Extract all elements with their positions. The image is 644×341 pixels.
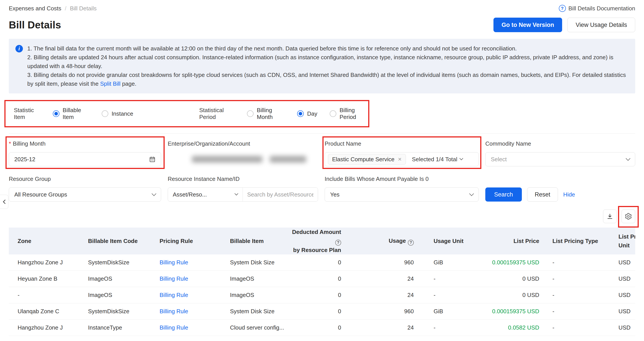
- billing-rule-link[interactable]: Billing Rule: [151, 275, 221, 282]
- table-cell: GiB: [420, 308, 473, 315]
- radio-billable-item[interactable]: Billable Item: [53, 107, 89, 121]
- table-cell: Hangzhou Zone J: [9, 324, 79, 331]
- go-to-new-version-button[interactable]: Go to New Version: [494, 18, 562, 32]
- notice-line-3-post: page.: [120, 80, 136, 87]
- table-cell: USD: [603, 324, 635, 331]
- settings-button-wrapper: [622, 209, 635, 223]
- col-list-price-unit[interactable]: List Price Unit: [603, 232, 635, 250]
- table-cell: ImageOS: [79, 292, 151, 298]
- table-cell: 0 USD: [473, 275, 546, 282]
- breadcrumb-parent[interactable]: Expenses and Costs: [9, 5, 61, 12]
- billing-rule-link[interactable]: Billing Rule: [151, 259, 221, 266]
- col-billable-item-code[interactable]: Billable Item Code: [79, 237, 151, 245]
- download-icon: [606, 213, 614, 220]
- table-cell: Hangzhou Zone J: [9, 259, 79, 266]
- help-circle-icon: ?: [559, 5, 566, 12]
- chevron-down-icon: [459, 156, 463, 160]
- radio-unselected-icon: [330, 110, 336, 117]
- radio-day-label: Day: [307, 110, 317, 117]
- statistic-item-label: Statistic Item: [14, 107, 43, 121]
- col-pricing-rule[interactable]: Pricing Rule: [151, 237, 221, 245]
- radio-billing-period-label: Billing Period: [340, 107, 368, 121]
- product-tag-label: Elastic Compute Service: [332, 156, 394, 163]
- table-cell: -: [546, 259, 603, 266]
- chevron-left-icon: [3, 200, 7, 204]
- redacted-text-blob: [192, 156, 262, 163]
- notice-line-2: 2. Billing details are updated 24 hours …: [27, 53, 628, 71]
- table-cell: USD: [603, 275, 635, 282]
- calendar-icon: [149, 156, 156, 163]
- breadcrumb-separator: /: [65, 5, 66, 12]
- resource-instance-type-select[interactable]: Asset/Reso...: [168, 188, 243, 201]
- table-row: Ulanqab Zone CSystemDiskSizeBilling Rule…: [9, 303, 635, 320]
- help-icon[interactable]: ?: [408, 240, 414, 246]
- table-cell: SystemDiskSize: [79, 259, 151, 266]
- split-bill-link[interactable]: Split Bill: [100, 80, 120, 87]
- col-zone[interactable]: Zone: [9, 237, 79, 245]
- col-billable-item[interactable]: Billable Item: [221, 237, 292, 245]
- table-cell: 960: [348, 259, 420, 266]
- table-header: Zone Billable Item Code Pricing Rule Bil…: [9, 228, 635, 254]
- resource-instance-field: Resource Instance Name/ID Asset/Reso...: [168, 175, 325, 202]
- notice-banner: i 1. The final bill data for the current…: [9, 39, 635, 93]
- table-cell: -: [546, 292, 603, 298]
- resource-instance-search-input[interactable]: [243, 188, 318, 201]
- settings-button[interactable]: [622, 209, 635, 223]
- billing-month-input[interactable]: 2025-12: [9, 152, 161, 166]
- notice-text: 1. The final bill data for the current m…: [27, 44, 628, 88]
- table-cell: Heyuan Zone B: [9, 275, 79, 282]
- billing-rule-link[interactable]: Billing Rule: [151, 308, 221, 315]
- billing-rule-link[interactable]: Billing Rule: [151, 292, 221, 298]
- include-zero-select[interactable]: Yes: [325, 187, 479, 202]
- table-cell: 960: [348, 308, 420, 315]
- sidebar-collapse-handle[interactable]: [0, 195, 8, 209]
- resource-group-label: Resource Group: [9, 175, 161, 183]
- radio-day[interactable]: Day: [297, 110, 317, 117]
- table-cell: Ulanqab Zone C: [9, 308, 79, 315]
- col-deducted-amount[interactable]: Deducted Amount? by Resource Plan: [292, 228, 348, 254]
- table-cell: -: [420, 324, 473, 331]
- resource-instance-label: Resource Instance Name/ID: [168, 175, 318, 183]
- reset-button[interactable]: Reset: [527, 187, 558, 202]
- table-cell: GiB: [420, 259, 473, 266]
- table-cell: -: [420, 275, 473, 282]
- col-usage-unit[interactable]: Usage Unit: [420, 237, 473, 245]
- commodity-name-select[interactable]: Select: [485, 152, 635, 166]
- table-cell: 0: [292, 259, 348, 266]
- download-button[interactable]: [603, 209, 617, 223]
- documentation-link[interactable]: ? Bill Details Documentation: [559, 5, 635, 12]
- statistic-options-annotation-box: Statistic Item Billable Item Instance St…: [4, 100, 369, 127]
- table-cell: 24: [348, 292, 420, 298]
- col-usage[interactable]: Usage?: [348, 236, 420, 246]
- hide-filters-link[interactable]: Hide: [563, 191, 575, 198]
- table-row: Heyuan Zone BImageOSBilling RuleImageOS0…: [9, 271, 635, 287]
- table-cell: -: [546, 308, 603, 315]
- radio-billing-month[interactable]: Billing Month: [247, 107, 285, 121]
- table-cell: 0.000159375 USD: [473, 259, 546, 266]
- radio-unselected-icon: [102, 110, 108, 117]
- product-name-select[interactable]: Elastic Compute Service × Selected 1/4 T…: [325, 152, 479, 166]
- resource-group-select[interactable]: All Resource Groups: [9, 187, 161, 202]
- radio-billing-period[interactable]: Billing Period: [330, 107, 368, 121]
- remove-tag-icon[interactable]: ×: [398, 156, 402, 162]
- table-cell: USD: [603, 308, 635, 315]
- breadcrumb: Expenses and Costs / Bill Details: [9, 5, 96, 12]
- resource-group-value: All Resource Groups: [14, 191, 67, 198]
- radio-instance[interactable]: Instance: [102, 110, 133, 117]
- billing-month-value: 2025-12: [14, 156, 35, 163]
- col-list-pricing-type[interactable]: List Pricing Type: [546, 237, 603, 245]
- col-list-price[interactable]: List Price: [473, 237, 546, 245]
- view-usage-details-button[interactable]: View Usage Details: [568, 18, 635, 32]
- billing-month-label: * Billing Month: [9, 140, 161, 147]
- search-button[interactable]: Search: [485, 187, 522, 202]
- table-cell: -: [546, 324, 603, 331]
- help-icon[interactable]: ?: [335, 240, 341, 246]
- billing-rule-link[interactable]: Billing Rule: [151, 324, 221, 331]
- filter-actions: Search Reset Hide: [485, 175, 635, 202]
- table-cell: ImageOS: [221, 292, 292, 298]
- documentation-link-label: Bill Details Documentation: [568, 5, 635, 12]
- radio-selected-icon: [297, 110, 304, 117]
- radio-instance-label: Instance: [112, 110, 133, 117]
- table-cell: USD: [603, 292, 635, 298]
- top-bar: Expenses and Costs / Bill Details ? Bill…: [0, 0, 644, 12]
